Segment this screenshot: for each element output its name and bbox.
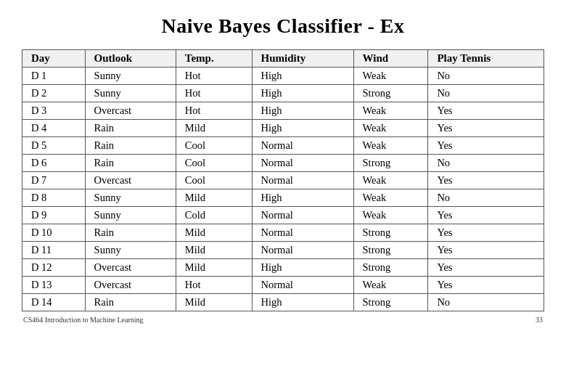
- table-header: Humidity: [252, 50, 353, 68]
- table-cell: High: [252, 259, 353, 277]
- table-row: D 3OvercastHotHighWeakYes: [22, 102, 544, 120]
- table-cell: Overcast: [85, 259, 176, 277]
- table-cell: Cool: [176, 137, 252, 155]
- table-row: D 1SunnyHotHighWeakNo: [22, 68, 544, 85]
- table-cell: Yes: [428, 102, 544, 120]
- table-cell: Sunny: [85, 68, 176, 85]
- table-cell: Mild: [176, 224, 252, 242]
- table-cell: Mild: [176, 259, 252, 277]
- table-cell: Hot: [176, 85, 252, 102]
- table-row: D 14RainMildHighStrongNo: [22, 294, 544, 311]
- table-cell: Sunny: [85, 207, 176, 224]
- table-cell: D 3: [22, 102, 86, 120]
- table-cell: Normal: [252, 155, 353, 172]
- table-cell: Sunny: [85, 189, 176, 207]
- table-cell: Strong: [353, 259, 428, 277]
- table-cell: D 6: [22, 155, 86, 172]
- table-cell: No: [428, 294, 544, 311]
- table-cell: Mild: [176, 242, 252, 259]
- table-cell: D 11: [22, 242, 86, 259]
- table-cell: Mild: [176, 189, 252, 207]
- table-row: D 4RainMildHighWeakYes: [22, 120, 544, 137]
- table-header: Day: [22, 50, 86, 68]
- table-cell: D 5: [22, 137, 86, 155]
- table-row: D 7OvercastCoolNormalWeakYes: [22, 172, 544, 189]
- table-cell: Weak: [353, 102, 428, 120]
- table-cell: Rain: [85, 294, 176, 311]
- table-cell: No: [428, 68, 544, 85]
- table-cell: D 12: [22, 259, 86, 277]
- table-cell: Weak: [353, 207, 428, 224]
- table-row: D 13OvercastHotNormalWeakYes: [22, 277, 544, 294]
- table-row: D 2SunnyHotHighStrongNo: [22, 85, 544, 102]
- table-cell: Sunny: [85, 85, 176, 102]
- table-cell: Rain: [85, 137, 176, 155]
- table-cell: D 2: [22, 85, 86, 102]
- table-cell: Overcast: [85, 102, 176, 120]
- table-cell: Yes: [428, 224, 544, 242]
- table-cell: D 8: [22, 189, 86, 207]
- table-row: D 12OvercastMildHighStrongYes: [22, 259, 544, 277]
- table-cell: High: [252, 68, 353, 85]
- table-cell: Rain: [85, 155, 176, 172]
- table-cell: Strong: [353, 224, 428, 242]
- table-cell: Sunny: [85, 242, 176, 259]
- table-cell: D 10: [22, 224, 86, 242]
- table-cell: High: [252, 294, 353, 311]
- table-cell: Normal: [252, 207, 353, 224]
- table-row: D 6RainCoolNormalStrongNo: [22, 155, 544, 172]
- table-cell: Yes: [428, 277, 544, 294]
- table-cell: Rain: [85, 224, 176, 242]
- table-cell: D 4: [22, 120, 86, 137]
- footer-left: CS464 Introduction to Machine Learning: [23, 316, 144, 324]
- table-row: D 8SunnyMildHighWeakNo: [22, 189, 544, 207]
- table-cell: Weak: [353, 120, 428, 137]
- table-cell: Yes: [428, 172, 544, 189]
- table-header: Outlook: [85, 50, 176, 68]
- table-cell: Hot: [176, 277, 252, 294]
- table-cell: Strong: [353, 85, 428, 102]
- table-row: D 5RainCoolNormalWeakYes: [22, 137, 544, 155]
- table-cell: Weak: [353, 68, 428, 85]
- table-header: Play Tennis: [428, 50, 544, 68]
- table-row: D 11SunnyMildNormalStrongYes: [22, 242, 544, 259]
- table-cell: High: [252, 85, 353, 102]
- table-cell: No: [428, 155, 544, 172]
- table-cell: High: [252, 102, 353, 120]
- table-cell: Yes: [428, 259, 544, 277]
- table-row: D 10RainMildNormalStrongYes: [22, 224, 544, 242]
- table-cell: Yes: [428, 120, 544, 137]
- table-cell: Hot: [176, 102, 252, 120]
- table-header: Wind: [353, 50, 428, 68]
- table-cell: D 14: [22, 294, 86, 311]
- table-cell: Weak: [353, 189, 428, 207]
- table-cell: Mild: [176, 120, 252, 137]
- table-cell: Normal: [252, 224, 353, 242]
- table-cell: High: [252, 189, 353, 207]
- table-cell: Yes: [428, 137, 544, 155]
- table-cell: Normal: [252, 242, 353, 259]
- table-cell: Hot: [176, 68, 252, 85]
- table-cell: Cool: [176, 172, 252, 189]
- table-cell: Strong: [353, 242, 428, 259]
- table-cell: Cold: [176, 207, 252, 224]
- table-cell: Strong: [353, 155, 428, 172]
- table-cell: Rain: [85, 120, 176, 137]
- table-cell: Mild: [176, 294, 252, 311]
- table-cell: Weak: [353, 172, 428, 189]
- table-cell: Overcast: [85, 172, 176, 189]
- table-cell: D 1: [22, 68, 86, 85]
- table-cell: D 9: [22, 207, 86, 224]
- table-cell: Normal: [252, 277, 353, 294]
- table-cell: No: [428, 189, 544, 207]
- table-cell: D 7: [22, 172, 86, 189]
- table-cell: Normal: [252, 137, 353, 155]
- table-cell: Weak: [353, 137, 428, 155]
- table-cell: Yes: [428, 207, 544, 224]
- page-title: Naive Bayes Classifier - Ex: [162, 15, 405, 38]
- table-cell: No: [428, 85, 544, 102]
- table-cell: Strong: [353, 294, 428, 311]
- table-cell: Yes: [428, 242, 544, 259]
- table-row: D 9SunnyColdNormalWeakYes: [22, 207, 544, 224]
- table-cell: Normal: [252, 172, 353, 189]
